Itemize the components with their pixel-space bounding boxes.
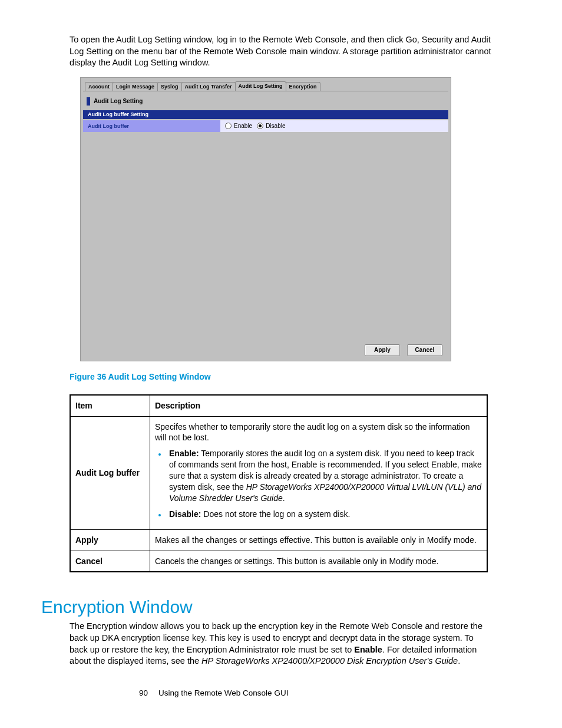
table-row: Apply Makes all the changes or settings … — [70, 529, 487, 551]
p2-text-c: . — [458, 656, 460, 666]
panel-header: Audit Log Setting — [87, 95, 445, 107]
table-row: Audit Log buffer Specifes whether to tem… — [70, 416, 487, 529]
enable-radio-label: Enable — [234, 123, 252, 129]
chapter-title: Using the Remote Web Console GUI — [158, 689, 288, 697]
row-item: Audit Log buffer — [70, 416, 150, 529]
buffer-row: Audit Log buffer Enable Disable — [83, 120, 448, 132]
buffer-row-label: Audit Log buffer — [83, 123, 220, 129]
cancel-button[interactable]: Cancel — [407, 344, 442, 356]
description-table: Item Description Audit Log buffer Specif… — [70, 394, 488, 573]
tab-bar: Account Login Message Syslog Audit Log T… — [85, 81, 446, 91]
list-item: Disable: Does not store the log on a sys… — [167, 509, 482, 520]
disable-text: Does not store the log on a system disk. — [201, 509, 350, 519]
button-bar: Apply Cancel — [365, 344, 442, 356]
encryption-window-heading: Encryption Window — [41, 597, 492, 617]
th-item: Item — [70, 395, 150, 416]
table-row: Cancel Cancels the changes or settings. … — [70, 551, 487, 572]
bullet-list: Enable: Temporarily stores the audit log… — [155, 448, 482, 519]
page-number: 90 — [139, 689, 148, 697]
panel-title: Audit Log Setting — [94, 98, 143, 104]
section-header: Audit Log buffer Setting — [83, 110, 448, 119]
enable-strong: Enable: — [169, 449, 199, 458]
tab-audit-log-transfer[interactable]: Audit Log Transfer — [181, 82, 236, 91]
th-description: Description — [150, 395, 488, 416]
disable-strong: Disable: — [169, 509, 201, 519]
row-item: Cancel — [70, 551, 150, 572]
encryption-paragraph: The Encryption window allows you to back… — [70, 621, 492, 667]
enable-text-b: . — [283, 493, 285, 503]
tab-login-message[interactable]: Login Message — [113, 82, 158, 91]
row-desc: Cancels the changes or settings. This bu… — [150, 551, 488, 572]
buffer-row-field: Enable Disable — [220, 120, 448, 132]
list-item: Enable: Temporarily stores the audit log… — [167, 448, 482, 503]
intro-paragraph: To open the Audit Log Setting window, lo… — [70, 34, 492, 69]
apply-button[interactable]: Apply — [365, 344, 400, 356]
figure-caption: Figure 36 Audit Log Setting Window — [70, 372, 492, 381]
table-header-row: Item Description — [70, 395, 487, 416]
row-desc: Specifes whether to temporarily store th… — [150, 416, 488, 529]
p2-doc-title: HP StorageWorks XP24000/XP20000 Disk Enc… — [201, 656, 458, 666]
tab-account[interactable]: Account — [85, 82, 113, 91]
panel-header-marker-icon — [87, 97, 90, 106]
tab-encryption[interactable]: Encryption — [286, 82, 320, 91]
audit-log-setting-screenshot: Account Login Message Syslog Audit Log T… — [80, 77, 451, 361]
row-item: Apply — [70, 529, 150, 551]
enable-radio[interactable] — [225, 123, 232, 129]
disable-radio-label: Disable — [266, 123, 285, 129]
tab-audit-log-setting[interactable]: Audit Log Setting — [235, 81, 286, 91]
row-lead-text: Specifes whether to temporarily store th… — [155, 422, 470, 443]
disable-radio[interactable] — [257, 123, 263, 129]
tab-syslog[interactable]: Syslog — [157, 82, 182, 91]
row-desc: Makes all the changes or settings effect… — [150, 529, 488, 551]
p2-enable-strong: Enable — [354, 645, 382, 654]
page-footer: 90Using the Remote Web Console GUI — [70, 689, 562, 728]
